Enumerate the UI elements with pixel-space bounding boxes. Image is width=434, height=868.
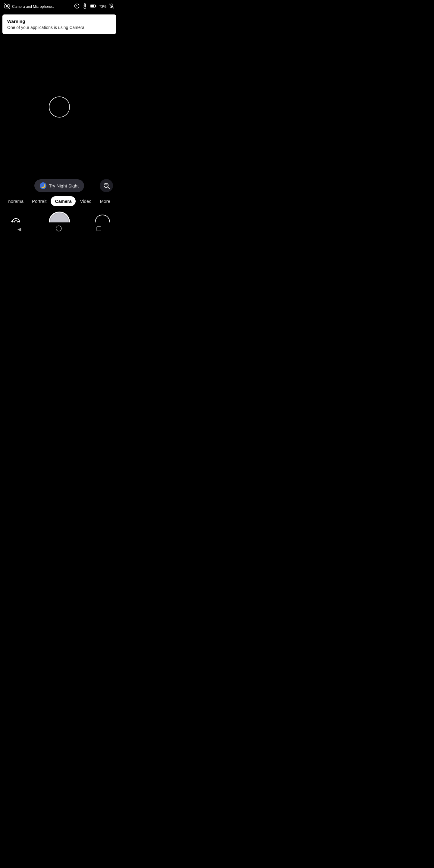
svg-text:A: A <box>76 4 78 7</box>
location-off-icon <box>109 3 114 10</box>
night-sight-button[interactable]: 🌙 Try Night Sight <box>34 179 84 192</box>
notification-text: Camera and Microphone.. <box>12 4 54 9</box>
navigation-bar: ◀ <box>0 222 119 237</box>
mode-panorama[interactable]: norama <box>4 196 28 206</box>
back-button[interactable]: ◀ <box>18 226 21 232</box>
temperature-icon <box>82 3 88 10</box>
status-bar: Camera and Microphone.. A 73% <box>0 0 119 13</box>
recent-icon <box>96 226 101 233</box>
mode-selector: norama Portrait Camera Video More <box>0 196 119 206</box>
battery-level: 73% <box>99 4 106 9</box>
warning-banner: Warning One of your applications is usin… <box>2 14 116 34</box>
svg-point-13 <box>56 226 61 231</box>
auto-exposure-icon: A <box>74 3 80 10</box>
home-button[interactable] <box>56 225 62 233</box>
svg-line-11 <box>108 187 110 189</box>
warning-title: Warning <box>7 19 111 24</box>
mode-video[interactable]: Video <box>76 196 96 206</box>
svg-rect-14 <box>97 227 101 231</box>
camera-off-icon <box>4 3 10 10</box>
focus-circle <box>49 96 70 118</box>
mode-more[interactable]: More <box>96 196 115 206</box>
status-right: A 73% <box>74 3 114 10</box>
warning-body: One of your applications is using Camera <box>7 25 111 30</box>
moon-icon: 🌙 <box>40 182 46 189</box>
svg-rect-7 <box>96 5 96 7</box>
night-sight-label: Try Night Sight <box>49 183 79 188</box>
mode-camera[interactable]: Camera <box>51 196 76 206</box>
camera-viewfinder[interactable]: 🌙 Try Night Sight norama Portrait Camera… <box>0 13 119 237</box>
battery-icon <box>90 4 97 9</box>
recent-apps-button[interactable] <box>96 226 101 233</box>
back-icon: ◀ <box>18 226 21 232</box>
home-icon <box>56 225 62 233</box>
night-sight-row: 🌙 Try Night Sight <box>0 179 119 192</box>
status-left: Camera and Microphone.. <box>4 3 54 10</box>
mode-portrait[interactable]: Portrait <box>28 196 51 206</box>
svg-rect-8 <box>91 5 94 7</box>
zoom-lens-search-button[interactable] <box>100 179 113 192</box>
